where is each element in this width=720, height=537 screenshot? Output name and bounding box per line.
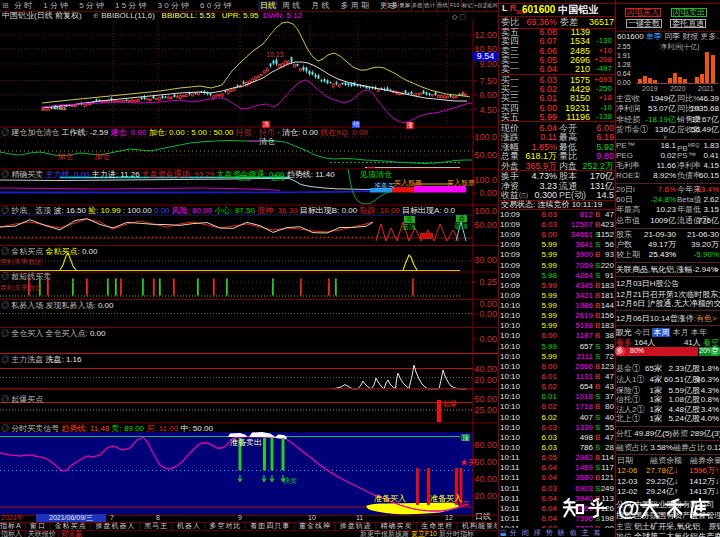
svg-text:@: @: [618, 496, 640, 520]
